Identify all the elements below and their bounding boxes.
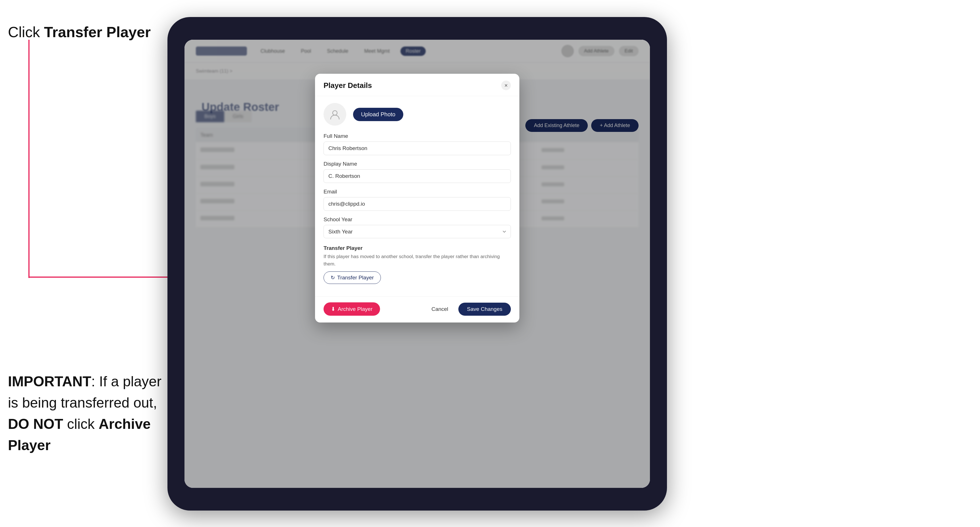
full-name-group: Full Name: [323, 133, 511, 155]
display-name-label: Display Name: [323, 161, 511, 167]
avatar-placeholder: [323, 103, 346, 125]
instruction-prefix: Click: [8, 24, 44, 40]
email-label: Email: [323, 189, 511, 195]
email-group: Email: [323, 189, 511, 211]
modal-body: Upload Photo Full Name Display Name: [315, 96, 519, 297]
upload-photo-button[interactable]: Upload Photo: [353, 108, 403, 121]
display-name-group: Display Name: [323, 161, 511, 183]
school-year-select[interactable]: First Year Second Year Third Year Fourth…: [323, 225, 511, 238]
instruction-bold: Transfer Player: [44, 24, 151, 40]
transfer-player-button[interactable]: ↻ Transfer Player: [323, 271, 381, 284]
full-name-label: Full Name: [323, 133, 511, 139]
archive-player-button[interactable]: ⬇ Archive Player: [323, 302, 380, 316]
tablet-device: Clubhouse Pool Schedule Meet Mgmt Roster…: [167, 17, 667, 511]
display-name-input[interactable]: [323, 169, 511, 183]
svg-point-0: [332, 111, 337, 115]
annotation-line-vertical: [29, 40, 30, 278]
player-details-modal: Player Details × Upload Photo: [315, 74, 519, 322]
transfer-section: Transfer Player If this player has moved…: [323, 244, 511, 284]
full-name-input[interactable]: [323, 141, 511, 155]
transfer-btn-label: Transfer Player: [337, 275, 374, 281]
modal-close-button[interactable]: ×: [501, 81, 511, 90]
avatar-section: Upload Photo: [323, 103, 511, 125]
instruction-click: click: [63, 416, 99, 432]
instruction-important: IMPORTANT: [8, 373, 91, 389]
cancel-button[interactable]: Cancel: [426, 303, 454, 316]
footer-right: Cancel Save Changes: [426, 303, 511, 316]
modal-title: Player Details: [323, 81, 372, 90]
archive-btn-label: Archive Player: [338, 306, 373, 312]
instruction-top: Click Transfer Player: [8, 23, 151, 42]
instruction-bottom: IMPORTANT: If a player is being transfer…: [8, 371, 167, 456]
email-input[interactable]: [323, 197, 511, 211]
school-year-group: School Year First Year Second Year Third…: [323, 216, 511, 238]
modal-overlay: Player Details × Upload Photo: [185, 40, 650, 488]
transfer-section-title: Transfer Player: [323, 245, 511, 251]
school-year-label: School Year: [323, 216, 511, 223]
modal-footer: ⬇ Archive Player Cancel Save Changes: [315, 297, 519, 322]
transfer-description: If this player has moved to another scho…: [323, 253, 511, 267]
modal-header: Player Details ×: [315, 74, 519, 96]
transfer-icon: ↻: [331, 275, 335, 281]
instruction-do-not: DO NOT: [8, 416, 63, 432]
archive-icon: ⬇: [331, 306, 336, 312]
save-changes-button[interactable]: Save Changes: [458, 303, 511, 316]
tablet-screen: Clubhouse Pool Schedule Meet Mgmt Roster…: [185, 40, 650, 488]
